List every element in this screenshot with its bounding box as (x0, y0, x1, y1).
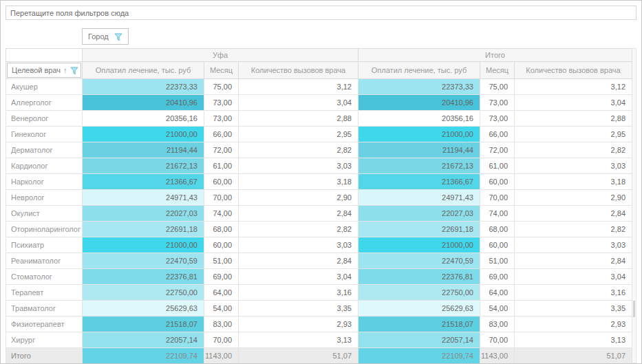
table-row: Нарколог 21366,67 60,00 3,18 21366,67 60… (6, 174, 632, 190)
month-cell: 70,00 (480, 332, 515, 348)
month-cell: 66,00 (480, 127, 515, 142)
table-row: Итого 22109,74 1143,00 51,07 22109,74 11… (6, 348, 632, 364)
month-cell: 70,00 (204, 332, 239, 348)
paid-cell: 25629,63 (83, 301, 204, 317)
paid-cell: 20410,96 (359, 95, 480, 111)
calls-cell: 3,18 (515, 174, 632, 190)
calls-cell: 2,82 (515, 142, 632, 158)
row-field-cell: Целевой врач ↑ (6, 62, 83, 79)
calls-cell: 51,07 (239, 348, 359, 364)
month-cell: 61,00 (204, 158, 239, 174)
month-cell: 73,00 (480, 111, 515, 127)
paid-cell: 22376,81 (359, 269, 480, 285)
calls-cell: 2,82 (239, 142, 359, 158)
calls-cell: 3,12 (515, 79, 632, 95)
month-cell: 72,00 (204, 142, 239, 158)
measure-header-row: Целевой врач ↑ Оплатил лечение, тыс. руб… (6, 62, 632, 79)
month-cell: 73,00 (480, 95, 515, 111)
calls-cell: 2,93 (239, 317, 359, 332)
month-cell: 69,00 (480, 269, 515, 285)
paid-cell: 22470,59 (83, 253, 204, 269)
row-field-doctor[interactable]: Целевой врач ↑ (7, 63, 81, 78)
month-cell: 1143,00 (204, 348, 239, 364)
table-row: Дерматолог 21194,44 72,00 2,82 21194,44 … (6, 142, 632, 158)
paid-cell: 21000,00 (359, 237, 480, 253)
table-row: Травматолог 25629,63 54,00 3,35 25629,63… (6, 301, 632, 317)
paid-cell: 22373,33 (83, 79, 204, 95)
calls-cell: 3,13 (515, 332, 632, 348)
month-cell: 74,00 (204, 206, 239, 222)
row-header: Аллерголог (6, 95, 83, 111)
row-header: Оториноларинголог (6, 222, 83, 237)
table-row: Венеролог 20356,16 73,00 2,88 20356,16 7… (6, 111, 632, 127)
row-header: Невролог (6, 190, 83, 206)
row-header: Психиатр (6, 237, 83, 253)
row-header: Терапевт (6, 285, 83, 301)
calls-cell: 2,93 (515, 317, 632, 332)
table-row: Психиатр 21000,00 60,00 3,03 21000,00 60… (6, 237, 632, 253)
month-cell: 70,00 (204, 190, 239, 206)
paid-cell: 24971,43 (359, 190, 480, 206)
paid-cell: 20356,16 (83, 111, 204, 127)
month-cell: 66,00 (204, 127, 239, 142)
calls-cell: 3,03 (515, 158, 632, 174)
calls-cell: 3,03 (239, 237, 359, 253)
group-header-ufa: Уфа (83, 49, 359, 62)
measure-header-month: Месяц (204, 62, 239, 79)
row-header: Реаниматолог (6, 253, 83, 269)
measure-header-paid: Оплатил лечение, тыс. руб (83, 62, 204, 79)
column-field-label: Город (88, 32, 109, 41)
table-row: Хирург 22057,14 70,00 3,13 22057,14 70,0… (6, 332, 632, 348)
sort-asc-icon: ↑ (63, 66, 67, 74)
paid-cell: 22057,14 (83, 332, 204, 348)
filter-funnel-icon[interactable] (70, 65, 78, 74)
table-row: Аллерголог 20410,96 73,00 3,04 20410,96 … (6, 95, 632, 111)
month-cell: 73,00 (204, 95, 239, 111)
row-header: Травматолог (6, 301, 83, 317)
month-cell: 61,00 (480, 158, 515, 174)
row-header: Дерматолог (6, 142, 83, 158)
paid-cell: 22027,03 (359, 206, 480, 222)
table-row: Терапевт 22750,00 64,00 3,16 22750,00 64… (6, 285, 632, 301)
measure-header-calls: Количество вызовов врача (515, 62, 632, 79)
month-cell: 51,00 (204, 253, 239, 269)
row-field-label: Целевой врач (12, 66, 61, 74)
calls-cell: 3,04 (515, 269, 632, 285)
corner-cell (6, 49, 83, 62)
table-row: Оториноларинголог 22691,18 68,00 2,82 22… (6, 222, 632, 237)
calls-cell: 3,13 (239, 332, 359, 348)
calls-cell: 3,18 (239, 174, 359, 190)
measure-header-calls: Количество вызовов врача (239, 62, 359, 79)
paid-cell: 21000,00 (83, 237, 204, 253)
month-cell: 60,00 (204, 237, 239, 253)
table-row: Гинеколог 21000,00 66,00 2,95 21000,00 6… (6, 127, 632, 142)
column-field-city[interactable]: Город (82, 28, 129, 45)
paid-cell: 22470,59 (359, 253, 480, 269)
filter-funnel-icon[interactable] (114, 32, 122, 41)
calls-cell: 2,84 (515, 206, 632, 222)
calls-cell: 3,04 (515, 95, 632, 111)
calls-cell: 2,88 (239, 111, 359, 127)
vertical-scrollbar[interactable] (632, 48, 636, 363)
row-header: Нарколог (6, 174, 83, 190)
paid-cell: 22109,74 (83, 348, 204, 364)
month-cell: 68,00 (204, 222, 239, 237)
paid-cell: 21000,00 (83, 127, 204, 142)
calls-cell: 3,16 (515, 285, 632, 301)
month-cell: 74,00 (480, 206, 515, 222)
row-header: Стоматолог (6, 269, 83, 285)
month-cell: 70,00 (480, 190, 515, 206)
calls-cell: 3,04 (239, 269, 359, 285)
paid-cell: 25629,63 (359, 301, 480, 317)
filter-drop-area[interactable]: Перетащите поля фильтров сюда (6, 6, 636, 20)
table-row: Акушер 22373,33 75,00 3,12 22373,33 75,0… (6, 79, 632, 95)
month-cell: 60,00 (480, 174, 515, 190)
month-cell: 60,00 (204, 174, 239, 190)
calls-cell: 2,82 (239, 222, 359, 237)
scrollbar-thumb[interactable] (633, 301, 635, 317)
pivot-table-wrap: Уфа Итого Целевой врач ↑ (6, 48, 636, 364)
pivot-body: Акушер 22373,33 75,00 3,12 22373,33 75,0… (6, 79, 632, 364)
table-row: Стоматолог 22376,81 69,00 3,04 22376,81 … (6, 269, 632, 285)
month-cell: 75,00 (480, 79, 515, 95)
paid-cell: 22027,03 (83, 206, 204, 222)
